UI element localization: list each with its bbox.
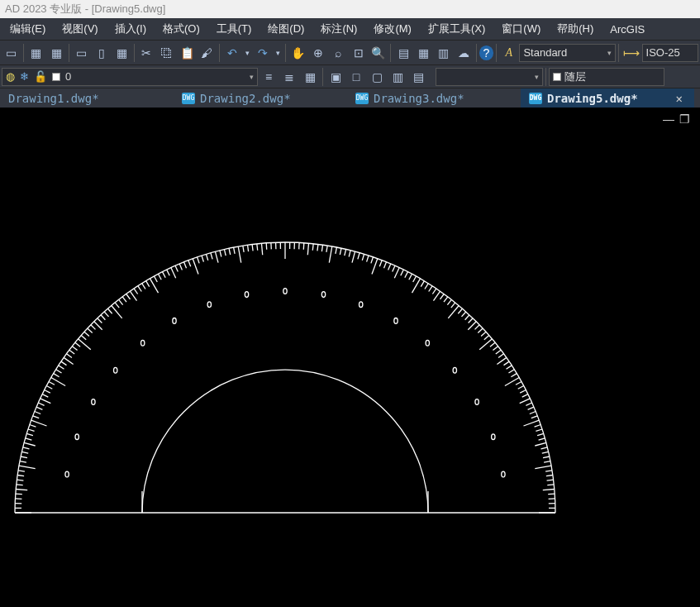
svg-point-186 [92, 399, 95, 405]
tab-drawing2[interactable]: DWG Drawing2.dwg* [174, 88, 347, 108]
svg-line-34 [54, 374, 60, 377]
svg-line-139 [475, 325, 480, 330]
matchprop-button[interactable]: 🖌 [198, 43, 217, 63]
dimstyle-dropdown[interactable]: ISO-25 [642, 44, 698, 62]
svg-line-175 [546, 476, 553, 476]
align-left-button[interactable]: ▦ [26, 43, 45, 63]
layer-prev-button[interactable]: ≡ [259, 67, 279, 87]
svg-line-72 [188, 260, 191, 267]
svg-line-45 [84, 332, 89, 336]
svg-line-28 [40, 399, 51, 404]
svg-line-53 [112, 306, 122, 318]
svg-line-32 [49, 382, 55, 385]
svg-line-145 [493, 347, 498, 351]
svg-point-190 [207, 302, 211, 308]
svg-line-27 [38, 403, 44, 405]
svg-line-125 [425, 284, 428, 289]
chevron-down-icon: ▾ [250, 73, 254, 81]
color-dropdown[interactable]: ▾ [436, 68, 543, 86]
menu-insert[interactable]: 插入(I) [107, 19, 155, 39]
zoom-window-button[interactable]: ⌕ [329, 43, 348, 63]
layer-iso-button[interactable]: ▦ [300, 67, 320, 87]
layer-color-swatch [52, 73, 60, 81]
menu-edit[interactable]: 编辑(E) [2, 19, 54, 39]
pan-button[interactable]: ✋ [288, 43, 307, 63]
svg-line-162 [531, 416, 538, 418]
svg-line-160 [528, 407, 534, 409]
svg-point-194 [360, 302, 363, 308]
qnew-button[interactable]: ▭ [2, 43, 21, 63]
block-attr-button[interactable]: ▥ [388, 67, 407, 87]
svg-line-84 [243, 246, 244, 252]
svg-line-119 [401, 270, 404, 275]
layer-states-button[interactable]: ≣ [279, 67, 299, 87]
svg-line-111 [367, 256, 369, 262]
menu-draw[interactable]: 绘图(D) [260, 19, 312, 39]
tab-label: Drawing2.dwg* [200, 92, 291, 105]
svg-line-157 [522, 394, 528, 398]
menu-window[interactable]: 窗口(W) [493, 19, 549, 39]
svg-line-142 [484, 336, 489, 340]
block-sync-button[interactable]: ▤ [408, 67, 428, 87]
dist-h-button[interactable]: ▭ [72, 43, 91, 63]
svg-line-150 [507, 366, 512, 369]
close-icon[interactable]: ✕ [673, 92, 686, 105]
cut-button[interactable]: ✂ [137, 43, 156, 63]
svg-line-100 [317, 244, 318, 251]
svg-line-83 [238, 246, 241, 263]
document-tabbar: Drawing1.dwg* DWG Drawing2.dwg* DWG Draw… [0, 88, 700, 108]
svg-line-120 [405, 272, 408, 278]
svg-line-124 [421, 281, 424, 287]
properties-button[interactable]: ▤ [393, 43, 412, 63]
svg-line-154 [516, 382, 521, 385]
zoom-dropdown[interactable]: 🔍 [369, 43, 388, 63]
redo-button[interactable]: ↷ [253, 43, 272, 63]
dist-grid-button[interactable]: ▦ [112, 43, 131, 63]
align-center-button[interactable]: ▦ [47, 43, 66, 63]
menu-help[interactable]: 帮助(H) [549, 19, 602, 39]
svg-line-50 [101, 315, 105, 320]
svg-line-51 [104, 312, 108, 317]
toolpalettes-button[interactable]: ▥ [434, 43, 453, 63]
tab-drawing5[interactable]: DWG Drawing5.dwg* ✕ [521, 88, 694, 108]
undo-button[interactable]: ↶ [222, 43, 241, 63]
svg-line-114 [379, 260, 382, 267]
svg-line-60 [138, 286, 141, 292]
block-create-button[interactable]: □ [346, 67, 366, 87]
svg-line-76 [206, 254, 207, 260]
menu-dim[interactable]: 标注(N) [312, 19, 365, 39]
linetype-dropdown[interactable]: 随层 [549, 68, 664, 86]
menu-ext[interactable]: 扩展工具(X) [420, 19, 493, 39]
help-button[interactable]: ? [479, 45, 493, 60]
svg-line-134 [458, 308, 462, 313]
menu-view[interactable]: 视图(V) [54, 19, 106, 39]
menu-format[interactable]: 格式(O) [155, 19, 208, 39]
zoom-realtime-button[interactable]: ⊕ [308, 43, 327, 63]
dist-v-button[interactable]: ▯ [92, 43, 111, 63]
menu-arcgis[interactable]: ArcGIS [602, 21, 653, 38]
tab-drawing3[interactable]: DWG Drawing3.dwg* [347, 88, 521, 108]
cloud-button[interactable]: ☁ [454, 43, 473, 63]
svg-line-65 [159, 274, 162, 280]
drawing-canvas[interactable]: — ❐ [0, 108, 700, 607]
svg-line-70 [179, 264, 182, 270]
block-insert-button[interactable]: ▣ [326, 67, 345, 87]
paste-button[interactable]: 📋 [177, 43, 196, 63]
layer-light-icon: ◍ [6, 70, 15, 83]
redo-dropdown[interactable]: ▾ [273, 43, 283, 63]
svg-point-188 [141, 340, 145, 346]
svg-point-189 [173, 318, 176, 324]
svg-line-140 [478, 328, 483, 332]
designcenter-button[interactable]: ▦ [414, 43, 433, 63]
svg-line-49 [98, 318, 102, 323]
block-edit-button[interactable]: ▢ [367, 67, 387, 87]
undo-dropdown[interactable]: ▾ [242, 43, 252, 63]
copy-button[interactable]: ⿻ [157, 43, 176, 63]
zoom-prev-button[interactable]: ⊡ [349, 43, 368, 63]
textstyle-dropdown[interactable]: Standard ▾ [519, 44, 616, 62]
layer-dropdown[interactable]: ◍ ❄ 🔓 0 ▾ [2, 68, 258, 86]
svg-line-126 [429, 286, 432, 292]
menu-modify[interactable]: 修改(M) [365, 19, 420, 39]
menu-tools[interactable]: 工具(T) [208, 19, 260, 39]
tab-drawing1[interactable]: Drawing1.dwg* [0, 88, 174, 108]
